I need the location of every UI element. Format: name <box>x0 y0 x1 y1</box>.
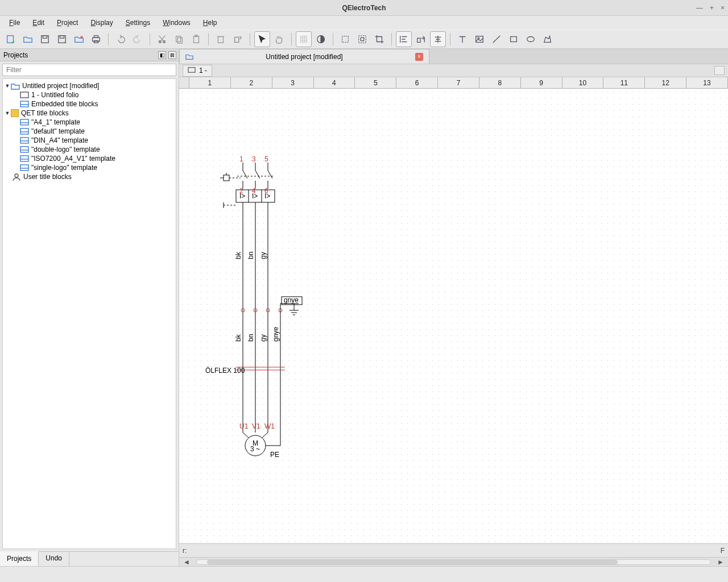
svg-rect-25 <box>20 92 28 98</box>
panel-float-button[interactable]: ◧ <box>158 51 166 59</box>
svg-text:5: 5 <box>264 155 268 163</box>
new-button[interactable] <box>3 31 19 47</box>
open-button[interactable] <box>20 31 36 47</box>
close-file-button[interactable] <box>71 31 87 47</box>
rect-tool-button[interactable] <box>506 31 522 47</box>
tree-template-item[interactable]: "DIN_A4" template <box>3 136 176 145</box>
menu-project[interactable]: Project <box>51 18 84 28</box>
svg-rect-12 <box>194 36 199 43</box>
titleblock-icon <box>20 164 29 172</box>
print-button[interactable] <box>88 31 104 47</box>
svg-text:U1: U1 <box>239 422 249 430</box>
folio-icon <box>20 91 29 99</box>
paste-button[interactable] <box>188 31 204 47</box>
crop-button[interactable] <box>371 31 387 47</box>
ruler-cell: 6 <box>396 77 438 88</box>
svg-point-22 <box>478 38 479 39</box>
menu-display[interactable]: Display <box>85 18 118 28</box>
cut-button[interactable] <box>154 31 170 47</box>
scroll-left-button[interactable]: ◄ <box>179 558 194 566</box>
svg-point-33 <box>15 174 18 177</box>
schematic-drawing: 1 2 3 4 <box>179 89 691 521</box>
rotate-button[interactable] <box>230 31 246 47</box>
align-left-button[interactable] <box>396 31 412 47</box>
tree-template-item[interactable]: "ISO7200_A4_V1" template <box>3 154 176 163</box>
contrast-button[interactable] <box>313 31 329 47</box>
ruler-cell: 10 <box>562 77 604 88</box>
tree-folio[interactable]: 1 - Untitled folio <box>3 90 176 99</box>
polygon-tool-button[interactable] <box>540 31 556 47</box>
tree-qet-group[interactable]: ▼ QET title blocks <box>3 109 176 118</box>
projects-panel-header: Projects ◧ ⊠ <box>0 49 179 61</box>
redo-button[interactable] <box>130 31 146 47</box>
menu-windows[interactable]: Windows <box>157 18 196 28</box>
align-center-button[interactable] <box>430 31 446 47</box>
scroll-right-button[interactable]: ► <box>713 558 728 566</box>
menu-file[interactable]: File <box>3 18 26 28</box>
projects-tree[interactable]: ▼ Untitled project [modified] 1 - Untitl… <box>2 78 176 549</box>
svg-rect-7 <box>94 41 98 43</box>
svg-rect-6 <box>94 36 98 38</box>
svg-rect-19 <box>361 38 363 40</box>
folio-info-bar: r: F <box>179 543 728 557</box>
svg-rect-11 <box>177 38 182 43</box>
tree-template-item[interactable]: "A4_1" template <box>3 118 176 127</box>
ruler-cell: 1 <box>189 77 231 88</box>
folio-tab[interactable]: 1 - <box>183 65 212 77</box>
svg-text:bk: bk <box>234 334 242 342</box>
menu-help[interactable]: Help <box>197 18 223 28</box>
tree-project-root[interactable]: ▼ Untitled project [modified] <box>3 81 176 90</box>
main-toolbar <box>0 30 728 49</box>
undo-button[interactable] <box>113 31 129 47</box>
svg-point-24 <box>527 37 535 42</box>
fit-view-button[interactable] <box>354 31 370 47</box>
svg-rect-26 <box>20 101 28 107</box>
svg-line-41 <box>255 171 260 178</box>
svg-rect-1 <box>42 36 49 43</box>
drawing-canvas[interactable]: 1 2 3 4 <box>179 89 728 543</box>
menu-edit[interactable]: Edit <box>27 18 50 28</box>
tree-template-item[interactable]: "double-logo" template <box>3 145 176 154</box>
image-tool-button[interactable] <box>471 31 487 47</box>
text-tool-button[interactable] <box>454 31 470 47</box>
tree-template-item[interactable]: "default" template <box>3 127 176 136</box>
close-button[interactable]: × <box>721 4 725 12</box>
svg-text:bn: bn <box>247 252 255 259</box>
svg-rect-18 <box>359 36 366 43</box>
select-tool-button[interactable] <box>254 31 270 47</box>
svg-text:I>: I> <box>239 192 245 200</box>
sidebar-tabs: Projects Undo <box>0 551 179 566</box>
tree-template-item[interactable]: "single-logo" template <box>3 163 176 172</box>
copy-button[interactable] <box>171 31 187 47</box>
statusbar <box>0 566 728 582</box>
ellipse-tool-button[interactable] <box>523 31 539 47</box>
svg-text:I>: I> <box>264 192 270 200</box>
tab-undo[interactable]: Undo <box>39 552 69 566</box>
add-folio-button[interactable] <box>714 66 725 75</box>
maximize-button[interactable]: + <box>710 4 714 12</box>
save-button[interactable] <box>37 31 53 47</box>
projects-filter-input[interactable] <box>2 64 176 76</box>
panel-close-button[interactable]: ⊠ <box>168 51 176 59</box>
save-as-button[interactable] <box>54 31 70 47</box>
tree-user-group[interactable]: User title blocks <box>3 172 176 181</box>
ruler-cell: 7 <box>438 77 479 88</box>
minimize-button[interactable]: — <box>696 4 703 12</box>
horizontal-scrollbar[interactable]: ◄ ► <box>179 557 728 566</box>
document-tab-close-icon[interactable]: × <box>415 53 423 61</box>
svg-rect-17 <box>342 36 349 43</box>
document-tab[interactable]: Untitled project [modified] × <box>179 49 429 64</box>
tree-embedded-tb[interactable]: Embedded title blocks <box>3 99 176 109</box>
pan-tool-button[interactable] <box>271 31 287 47</box>
menu-settings[interactable]: Settings <box>120 18 156 28</box>
grid-button[interactable] <box>296 31 312 47</box>
tab-projects[interactable]: Projects <box>0 551 39 566</box>
svg-rect-28 <box>20 128 28 134</box>
select-area-button[interactable] <box>337 31 353 47</box>
svg-rect-2 <box>43 36 47 38</box>
flip-button[interactable] <box>413 31 429 47</box>
line-tool-button[interactable] <box>489 31 504 47</box>
svg-rect-3 <box>59 36 66 43</box>
delete-button[interactable] <box>213 31 229 47</box>
svg-rect-34 <box>188 67 195 72</box>
